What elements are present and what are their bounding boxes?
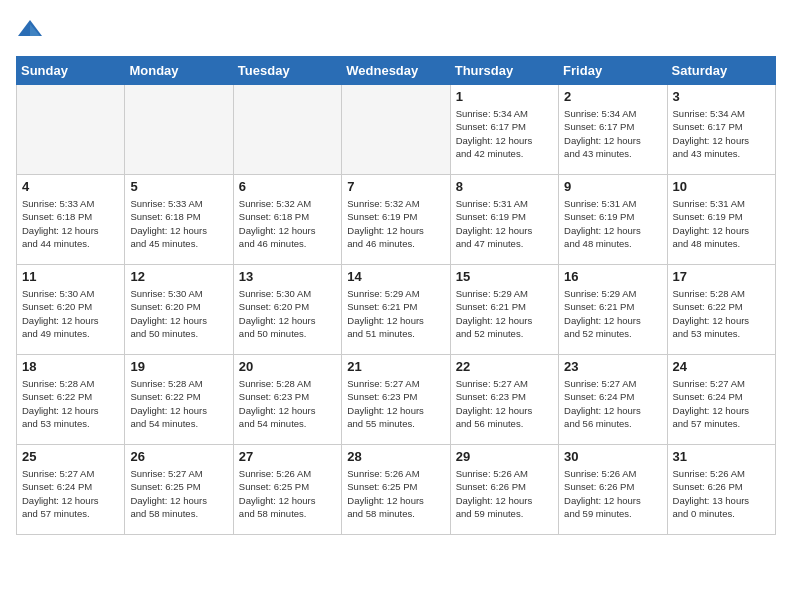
day-info: Sunrise: 5:26 AMSunset: 6:25 PMDaylight:… bbox=[347, 467, 444, 520]
calendar-week-row: 18Sunrise: 5:28 AMSunset: 6:22 PMDayligh… bbox=[17, 355, 776, 445]
calendar-week-row: 25Sunrise: 5:27 AMSunset: 6:24 PMDayligh… bbox=[17, 445, 776, 535]
day-info: Sunrise: 5:34 AMSunset: 6:17 PMDaylight:… bbox=[673, 107, 770, 160]
calendar-header-sunday: Sunday bbox=[17, 57, 125, 85]
day-number: 29 bbox=[456, 449, 553, 464]
calendar-cell: 13Sunrise: 5:30 AMSunset: 6:20 PMDayligh… bbox=[233, 265, 341, 355]
day-info: Sunrise: 5:27 AMSunset: 6:23 PMDaylight:… bbox=[347, 377, 444, 430]
day-info: Sunrise: 5:30 AMSunset: 6:20 PMDaylight:… bbox=[130, 287, 227, 340]
calendar-cell: 1Sunrise: 5:34 AMSunset: 6:17 PMDaylight… bbox=[450, 85, 558, 175]
day-number: 31 bbox=[673, 449, 770, 464]
day-info: Sunrise: 5:34 AMSunset: 6:17 PMDaylight:… bbox=[456, 107, 553, 160]
day-info: Sunrise: 5:31 AMSunset: 6:19 PMDaylight:… bbox=[564, 197, 661, 250]
calendar-cell: 8Sunrise: 5:31 AMSunset: 6:19 PMDaylight… bbox=[450, 175, 558, 265]
calendar-cell: 27Sunrise: 5:26 AMSunset: 6:25 PMDayligh… bbox=[233, 445, 341, 535]
day-info: Sunrise: 5:26 AMSunset: 6:25 PMDaylight:… bbox=[239, 467, 336, 520]
day-number: 13 bbox=[239, 269, 336, 284]
day-info: Sunrise: 5:27 AMSunset: 6:24 PMDaylight:… bbox=[564, 377, 661, 430]
day-number: 5 bbox=[130, 179, 227, 194]
day-number: 1 bbox=[456, 89, 553, 104]
calendar-cell: 17Sunrise: 5:28 AMSunset: 6:22 PMDayligh… bbox=[667, 265, 775, 355]
calendar-cell: 14Sunrise: 5:29 AMSunset: 6:21 PMDayligh… bbox=[342, 265, 450, 355]
calendar-cell: 9Sunrise: 5:31 AMSunset: 6:19 PMDaylight… bbox=[559, 175, 667, 265]
day-number: 19 bbox=[130, 359, 227, 374]
calendar-table: SundayMondayTuesdayWednesdayThursdayFrid… bbox=[16, 56, 776, 535]
day-number: 14 bbox=[347, 269, 444, 284]
day-info: Sunrise: 5:26 AMSunset: 6:26 PMDaylight:… bbox=[564, 467, 661, 520]
day-number: 7 bbox=[347, 179, 444, 194]
day-number: 16 bbox=[564, 269, 661, 284]
day-info: Sunrise: 5:30 AMSunset: 6:20 PMDaylight:… bbox=[22, 287, 119, 340]
day-info: Sunrise: 5:29 AMSunset: 6:21 PMDaylight:… bbox=[456, 287, 553, 340]
calendar-cell: 31Sunrise: 5:26 AMSunset: 6:26 PMDayligh… bbox=[667, 445, 775, 535]
calendar-cell: 11Sunrise: 5:30 AMSunset: 6:20 PMDayligh… bbox=[17, 265, 125, 355]
day-info: Sunrise: 5:28 AMSunset: 6:23 PMDaylight:… bbox=[239, 377, 336, 430]
calendar-cell: 16Sunrise: 5:29 AMSunset: 6:21 PMDayligh… bbox=[559, 265, 667, 355]
calendar-header-monday: Monday bbox=[125, 57, 233, 85]
calendar-week-row: 11Sunrise: 5:30 AMSunset: 6:20 PMDayligh… bbox=[17, 265, 776, 355]
day-number: 21 bbox=[347, 359, 444, 374]
day-info: Sunrise: 5:29 AMSunset: 6:21 PMDaylight:… bbox=[564, 287, 661, 340]
day-number: 15 bbox=[456, 269, 553, 284]
calendar-cell: 25Sunrise: 5:27 AMSunset: 6:24 PMDayligh… bbox=[17, 445, 125, 535]
day-number: 6 bbox=[239, 179, 336, 194]
day-info: Sunrise: 5:28 AMSunset: 6:22 PMDaylight:… bbox=[22, 377, 119, 430]
calendar-cell: 24Sunrise: 5:27 AMSunset: 6:24 PMDayligh… bbox=[667, 355, 775, 445]
calendar-cell: 15Sunrise: 5:29 AMSunset: 6:21 PMDayligh… bbox=[450, 265, 558, 355]
logo bbox=[16, 16, 48, 44]
logo-icon bbox=[16, 16, 44, 44]
day-number: 20 bbox=[239, 359, 336, 374]
calendar-cell bbox=[233, 85, 341, 175]
day-number: 8 bbox=[456, 179, 553, 194]
day-info: Sunrise: 5:30 AMSunset: 6:20 PMDaylight:… bbox=[239, 287, 336, 340]
calendar-header-friday: Friday bbox=[559, 57, 667, 85]
calendar-header-tuesday: Tuesday bbox=[233, 57, 341, 85]
calendar-cell: 22Sunrise: 5:27 AMSunset: 6:23 PMDayligh… bbox=[450, 355, 558, 445]
day-number: 9 bbox=[564, 179, 661, 194]
calendar-cell: 3Sunrise: 5:34 AMSunset: 6:17 PMDaylight… bbox=[667, 85, 775, 175]
calendar-cell: 26Sunrise: 5:27 AMSunset: 6:25 PMDayligh… bbox=[125, 445, 233, 535]
day-number: 30 bbox=[564, 449, 661, 464]
calendar-cell bbox=[125, 85, 233, 175]
calendar-header-saturday: Saturday bbox=[667, 57, 775, 85]
calendar-cell: 6Sunrise: 5:32 AMSunset: 6:18 PMDaylight… bbox=[233, 175, 341, 265]
calendar-cell: 21Sunrise: 5:27 AMSunset: 6:23 PMDayligh… bbox=[342, 355, 450, 445]
calendar-cell: 20Sunrise: 5:28 AMSunset: 6:23 PMDayligh… bbox=[233, 355, 341, 445]
calendar-header-row: SundayMondayTuesdayWednesdayThursdayFrid… bbox=[17, 57, 776, 85]
day-number: 2 bbox=[564, 89, 661, 104]
day-info: Sunrise: 5:34 AMSunset: 6:17 PMDaylight:… bbox=[564, 107, 661, 160]
calendar-header-wednesday: Wednesday bbox=[342, 57, 450, 85]
day-number: 11 bbox=[22, 269, 119, 284]
calendar-cell bbox=[17, 85, 125, 175]
day-info: Sunrise: 5:27 AMSunset: 6:24 PMDaylight:… bbox=[673, 377, 770, 430]
day-number: 12 bbox=[130, 269, 227, 284]
day-info: Sunrise: 5:33 AMSunset: 6:18 PMDaylight:… bbox=[22, 197, 119, 250]
calendar-cell: 18Sunrise: 5:28 AMSunset: 6:22 PMDayligh… bbox=[17, 355, 125, 445]
calendar-cell: 30Sunrise: 5:26 AMSunset: 6:26 PMDayligh… bbox=[559, 445, 667, 535]
calendar-cell: 12Sunrise: 5:30 AMSunset: 6:20 PMDayligh… bbox=[125, 265, 233, 355]
day-number: 26 bbox=[130, 449, 227, 464]
day-number: 10 bbox=[673, 179, 770, 194]
calendar-cell bbox=[342, 85, 450, 175]
day-info: Sunrise: 5:29 AMSunset: 6:21 PMDaylight:… bbox=[347, 287, 444, 340]
day-info: Sunrise: 5:31 AMSunset: 6:19 PMDaylight:… bbox=[456, 197, 553, 250]
calendar-cell: 29Sunrise: 5:26 AMSunset: 6:26 PMDayligh… bbox=[450, 445, 558, 535]
calendar-cell: 19Sunrise: 5:28 AMSunset: 6:22 PMDayligh… bbox=[125, 355, 233, 445]
calendar-cell: 10Sunrise: 5:31 AMSunset: 6:19 PMDayligh… bbox=[667, 175, 775, 265]
day-number: 28 bbox=[347, 449, 444, 464]
calendar-week-row: 4Sunrise: 5:33 AMSunset: 6:18 PMDaylight… bbox=[17, 175, 776, 265]
day-number: 22 bbox=[456, 359, 553, 374]
day-info: Sunrise: 5:28 AMSunset: 6:22 PMDaylight:… bbox=[673, 287, 770, 340]
day-info: Sunrise: 5:27 AMSunset: 6:24 PMDaylight:… bbox=[22, 467, 119, 520]
calendar-header-thursday: Thursday bbox=[450, 57, 558, 85]
day-number: 3 bbox=[673, 89, 770, 104]
calendar-cell: 28Sunrise: 5:26 AMSunset: 6:25 PMDayligh… bbox=[342, 445, 450, 535]
day-info: Sunrise: 5:27 AMSunset: 6:25 PMDaylight:… bbox=[130, 467, 227, 520]
page-header bbox=[16, 16, 776, 44]
calendar-cell: 2Sunrise: 5:34 AMSunset: 6:17 PMDaylight… bbox=[559, 85, 667, 175]
day-info: Sunrise: 5:26 AMSunset: 6:26 PMDaylight:… bbox=[673, 467, 770, 520]
day-number: 18 bbox=[22, 359, 119, 374]
day-info: Sunrise: 5:32 AMSunset: 6:18 PMDaylight:… bbox=[239, 197, 336, 250]
day-number: 25 bbox=[22, 449, 119, 464]
day-info: Sunrise: 5:27 AMSunset: 6:23 PMDaylight:… bbox=[456, 377, 553, 430]
calendar-week-row: 1Sunrise: 5:34 AMSunset: 6:17 PMDaylight… bbox=[17, 85, 776, 175]
